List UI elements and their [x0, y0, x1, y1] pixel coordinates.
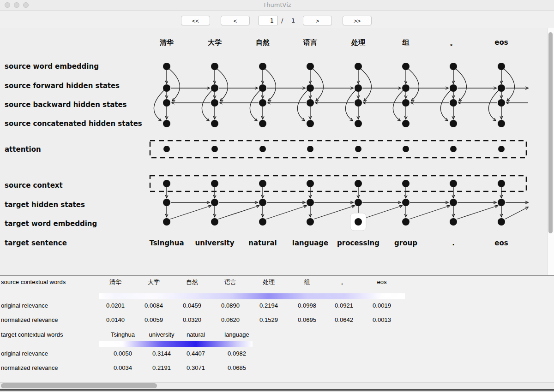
- source-concat-node[interactable]: [450, 120, 457, 127]
- diagram-panel: source word embedding source forward hid…: [0, 28, 554, 275]
- target-hidden-node[interactable]: [259, 199, 266, 206]
- target-embedding-node[interactable]: [498, 218, 505, 226]
- target-embedding-node[interactable]: [259, 218, 266, 226]
- target-relevance-heatbar: [99, 341, 253, 347]
- source-embedding-node[interactable]: [355, 63, 362, 70]
- first-page-button[interactable]: <<: [181, 16, 210, 25]
- source-word: 处理: [351, 38, 366, 47]
- window-title: ThumtViz: [0, 0, 554, 10]
- source-context-node[interactable]: [163, 180, 170, 187]
- source-context-node[interactable]: [402, 180, 409, 187]
- source-context-word: 语言: [224, 279, 236, 286]
- attention-node[interactable]: [403, 146, 409, 152]
- source-backward-node[interactable]: [307, 99, 314, 107]
- connection-arrow: [314, 206, 355, 219]
- target-context-word: natural: [187, 331, 205, 339]
- source-forward-node[interactable]: [259, 84, 266, 92]
- source-forward-node[interactable]: [163, 84, 170, 92]
- source-embedding-node[interactable]: [450, 63, 457, 70]
- source-context-node[interactable]: [450, 180, 457, 187]
- source-embedding-node[interactable]: [163, 63, 170, 70]
- source-forward-node[interactable]: [498, 84, 505, 92]
- target-embedding-node[interactable]: [307, 218, 314, 226]
- target-embedding-node[interactable]: [402, 218, 409, 226]
- target-embedding-node[interactable]: [450, 218, 457, 226]
- target-embedding-node[interactable]: [211, 218, 218, 226]
- source-original-relevance-value: 0.0201: [106, 302, 125, 309]
- source-forward-node[interactable]: [211, 84, 218, 92]
- label-source-concatenated-hidden-states: source concatenated hidden states: [5, 119, 142, 128]
- target-context-word: university: [149, 331, 175, 339]
- source-forward-node[interactable]: [355, 84, 362, 92]
- source-embedding-node[interactable]: [211, 63, 218, 70]
- attention-node[interactable]: [211, 146, 218, 152]
- page-number-input[interactable]: [259, 16, 278, 25]
- source-normalized-relevance-value: 0.1529: [259, 316, 278, 324]
- next-page-button[interactable]: >: [303, 16, 332, 25]
- source-backward-node[interactable]: [498, 99, 505, 107]
- last-page-button[interactable]: >>: [343, 16, 372, 25]
- source-normalized-relevance-value: 0.0059: [145, 316, 163, 324]
- source-forward-node[interactable]: [307, 84, 314, 92]
- target-hidden-node[interactable]: [450, 199, 457, 206]
- source-normalized-relevance-value: 0.0140: [106, 316, 125, 324]
- attention-node[interactable]: [163, 146, 170, 152]
- source-backward-node[interactable]: [163, 99, 170, 107]
- source-backward-node[interactable]: [450, 99, 457, 107]
- target-embedding-node[interactable]: [355, 218, 362, 226]
- attention-node[interactable]: [355, 146, 361, 152]
- source-context-node[interactable]: [307, 180, 314, 187]
- label-source-backward-hidden-states: source backward hidden states: [5, 101, 127, 109]
- attention-node[interactable]: [450, 146, 457, 152]
- forward-to-concat-arc: [250, 90, 260, 121]
- source-context-node[interactable]: [211, 180, 218, 187]
- source-normalized-relevance-value: 0.0013: [373, 316, 391, 324]
- source-backward-node[interactable]: [259, 99, 266, 107]
- source-concat-node[interactable]: [211, 120, 218, 127]
- source-concat-node[interactable]: [307, 120, 314, 127]
- forward-to-concat-arc: [393, 90, 403, 121]
- target-hidden-node[interactable]: [355, 199, 362, 206]
- target-hidden-node[interactable]: [307, 199, 314, 206]
- relevance-panel: source contextual words original relevan…: [0, 275, 554, 383]
- attention-node[interactable]: [307, 146, 313, 152]
- target-hidden-node[interactable]: [211, 199, 218, 206]
- attention-node[interactable]: [259, 146, 266, 152]
- source-backward-node[interactable]: [402, 99, 409, 107]
- attention-node[interactable]: [498, 146, 505, 152]
- vertical-scrollbar-thumb[interactable]: [548, 32, 553, 233]
- target-hidden-node[interactable]: [402, 199, 409, 206]
- source-forward-node[interactable]: [402, 84, 409, 92]
- source-backward-node[interactable]: [211, 99, 218, 107]
- source-backward-node[interactable]: [355, 99, 362, 107]
- source-normalized-relevance-value: 0.0320: [183, 316, 201, 324]
- source-embedding-node[interactable]: [498, 63, 505, 70]
- horizontal-scrollbar-thumb[interactable]: [1, 383, 157, 388]
- target-word: language: [292, 239, 328, 247]
- connection-arrow: [170, 206, 211, 219]
- source-context-node[interactable]: [355, 180, 362, 187]
- source-embedding-node[interactable]: [402, 63, 409, 70]
- target-hidden-node[interactable]: [498, 199, 505, 206]
- source-forward-node[interactable]: [450, 84, 457, 92]
- source-word: 组: [402, 38, 410, 47]
- source-concat-node[interactable]: [498, 120, 505, 127]
- source-context-node[interactable]: [259, 180, 266, 187]
- source-context-node[interactable]: [498, 180, 505, 187]
- source-embedding-node[interactable]: [259, 63, 266, 70]
- prev-page-button[interactable]: <: [221, 16, 250, 25]
- embedding-to-backward-arc: [456, 69, 466, 101]
- connection-arrow: [362, 206, 402, 219]
- target-embedding-node[interactable]: [163, 218, 170, 226]
- source-original-relevance-value: 0.0084: [145, 302, 163, 309]
- forward-to-concat-arc: [202, 90, 212, 121]
- source-context-word: 组: [304, 279, 310, 286]
- source-concat-node[interactable]: [402, 120, 409, 127]
- source-embedding-node[interactable]: [307, 63, 314, 70]
- target-context-word: language: [224, 331, 249, 339]
- target-hidden-node[interactable]: [163, 199, 170, 206]
- target-normalized-relevance-value: 0.0034: [114, 364, 132, 372]
- source-concat-node[interactable]: [259, 120, 266, 127]
- source-concat-node[interactable]: [355, 120, 362, 127]
- source-concat-node[interactable]: [163, 120, 170, 127]
